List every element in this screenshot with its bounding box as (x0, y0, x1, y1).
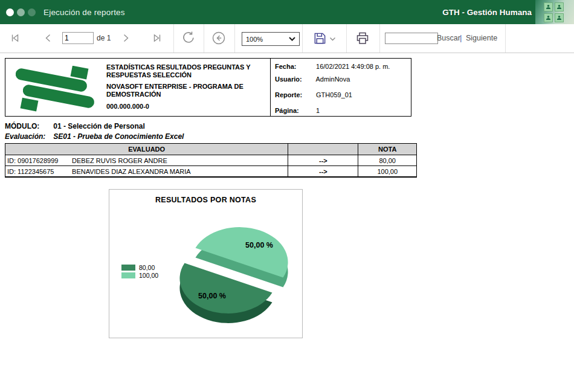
legend-label-80: 80,00 (139, 264, 155, 271)
evaluado-id: ID: 09017628999 (5, 157, 70, 164)
report-subtitle: NOVASOFT ENTERPRISE - PROGRAMA DE DEMOST… (106, 83, 268, 98)
print-icon (355, 31, 370, 46)
refresh-icon (181, 30, 196, 46)
field-label: Fecha: (275, 63, 314, 70)
report-title: ESTADÍSTICAS RESULTADOS PREGUNTAS Y RESP… (106, 63, 268, 79)
brand-photo (535, 0, 574, 24)
header-field-pagina: Página: 1 (275, 107, 320, 114)
legend-label-100: 100,00 (139, 272, 158, 279)
person-grid-icon (544, 2, 553, 11)
siguiente-button[interactable]: Siguiente (466, 34, 497, 42)
last-page-button[interactable] (151, 32, 163, 44)
table-row: ID: 09017628999 DEBEZ RUVIS ROGER ANDRE … (5, 155, 417, 166)
previous-page-icon (42, 32, 54, 44)
pie-label-100: 50,00 % (245, 241, 273, 249)
window-dot-3-icon[interactable] (28, 8, 36, 16)
field-value: 16/02/2021 4:49:08 p. m. (316, 63, 390, 70)
save-icon (313, 31, 327, 45)
person-grid-icon (555, 2, 564, 11)
field-value: GTH059_01 (316, 91, 352, 98)
pie-chart-panel: RESULTADOS POR NOTAS 50,00 % 50,00 % 80,… (109, 189, 303, 338)
modulo-line: MÓDULO: 01 - Selección de Personal (5, 122, 145, 130)
modulo-label: MÓDULO: (5, 122, 51, 130)
pie-chart: 50,00 % 50,00 % 80,00 100,00 (109, 190, 302, 338)
window-dot-2-icon[interactable] (17, 8, 25, 16)
header-evaluado: EVALUADO (5, 144, 288, 155)
field-label: Usuario: (275, 76, 314, 83)
field-value: AdminNova (315, 76, 350, 83)
evaluado-name: BENAVIDES DIAZ ALEXANDRA MARIA (72, 168, 191, 175)
evaluacion-label: Evaluación: (5, 132, 51, 141)
header-field-fecha: Fecha: 16/02/2021 4:49:08 p. m. (275, 63, 390, 70)
brand-label: GTH - Gestión Humana (442, 8, 532, 17)
report-viewer-window: Ejecución de reportes GTH - Gestión Huma… (0, 0, 574, 392)
company-nit: 000.000.000-0 (106, 103, 149, 110)
find-separator: | (460, 33, 462, 42)
header-nota: NOTA (358, 144, 417, 155)
header-field-reporte: Reporte: GTH059_01 (275, 91, 352, 98)
back-button[interactable] (211, 30, 227, 46)
nota-cell: 100,00 (358, 166, 417, 178)
table-row: ID: 1122345675 BENAVIDES DIAZ ALEXANDRA … (5, 166, 417, 178)
window-title: Ejecución de reportes (44, 8, 125, 17)
save-export-button[interactable] (313, 31, 327, 45)
field-value: 1 (316, 107, 320, 114)
titlebar-right: GTH - Gestión Humana (442, 0, 574, 24)
chevron-down-icon (289, 37, 295, 41)
zoom-select[interactable]: 100% (242, 32, 300, 46)
refresh-button[interactable] (181, 30, 196, 46)
page-number-input[interactable] (62, 32, 94, 44)
field-label: Reporte: (275, 91, 314, 98)
buscar-button[interactable]: Buscar (437, 34, 460, 42)
previous-page-button[interactable] (42, 32, 54, 44)
print-button[interactable] (355, 31, 370, 46)
next-page-icon (120, 32, 132, 44)
arrow-cell: --> (288, 166, 358, 178)
first-page-icon (9, 32, 21, 44)
last-page-icon (151, 32, 163, 44)
save-dropdown-button[interactable] (329, 37, 336, 42)
report-toolbar: de 1 100% (0, 24, 574, 53)
person-grid-icon (555, 13, 564, 22)
results-table: EVALUADO NOTA ID: 09017628999 DEBEZ RUVI… (5, 143, 417, 178)
header-divider (270, 59, 271, 116)
zoom-value: 100% (246, 36, 263, 43)
pie-label-80: 50,00 % (198, 292, 226, 300)
window-dots (6, 8, 36, 16)
evaluado-name: DEBEZ RUVIS ROGER ANDRE (72, 157, 167, 164)
chevron-down-icon (329, 37, 336, 42)
arrow-cell: --> (288, 155, 358, 166)
field-label: Página: (275, 107, 314, 114)
header-arrow (288, 144, 358, 155)
search-input[interactable] (385, 33, 438, 44)
titlebar: Ejecución de reportes GTH - Gestión Huma… (0, 0, 574, 24)
page-count-label: de 1 (97, 34, 111, 42)
evaluacion-value: SE01 - Prueba de Conocimiento Excel (53, 132, 184, 141)
novasoft-logo (9, 66, 101, 114)
legend-swatch-80 (121, 265, 135, 271)
modulo-value: 01 - Selección de Personal (53, 122, 144, 130)
first-page-button[interactable] (9, 32, 21, 44)
window-dot-1-icon[interactable] (6, 8, 14, 16)
back-arrow-icon (211, 30, 227, 46)
report-header-box: ESTADÍSTICAS RESULTADOS PREGUNTAS Y RESP… (5, 58, 411, 117)
evaluado-id: ID: 1122345675 (5, 168, 70, 175)
table-header-row: EVALUADO NOTA (5, 144, 417, 155)
person-grid-icon (544, 13, 553, 22)
next-page-button[interactable] (120, 32, 132, 44)
header-field-usuario: Usuario: AdminNova (275, 76, 350, 83)
legend-swatch-100 (121, 272, 135, 278)
evaluacion-line: Evaluación: SE01 - Prueba de Conocimient… (5, 132, 184, 141)
nota-cell: 80,00 (358, 155, 417, 166)
